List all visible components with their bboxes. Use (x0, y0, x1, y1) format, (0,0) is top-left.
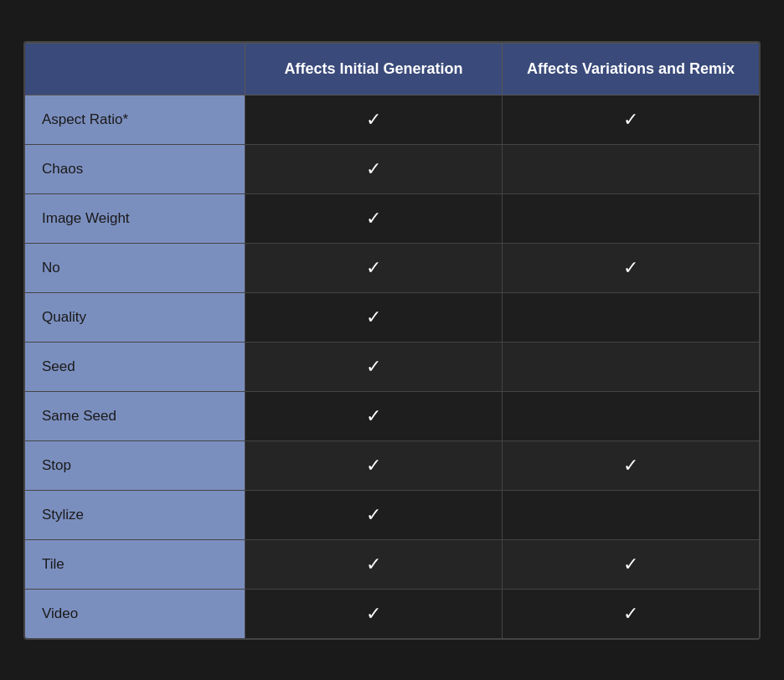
row-label: Same Seed (25, 391, 245, 440)
row-variations-check: ✓ (502, 539, 759, 589)
table-row: Seed✓ (25, 342, 759, 391)
row-label: Chaos (25, 144, 245, 193)
table-row: Tile✓✓ (25, 539, 759, 589)
row-variations-check (502, 342, 759, 391)
table-row: Stop✓✓ (25, 440, 759, 490)
table-row: Chaos✓ (25, 144, 759, 193)
row-label: Video (25, 589, 245, 638)
row-initial-check: ✓ (245, 539, 503, 589)
row-initial-check: ✓ (245, 391, 503, 440)
row-variations-check (502, 193, 759, 243)
header-label-col (25, 43, 245, 95)
row-variations-check: ✓ (502, 589, 759, 638)
row-initial-check: ✓ (245, 342, 503, 391)
table-row: Same Seed✓ (25, 391, 759, 440)
row-variations-check: ✓ (502, 440, 759, 490)
table-header-row: Affects Initial Generation Affects Varia… (25, 43, 759, 95)
row-label: Stylize (25, 490, 245, 539)
row-variations-check (502, 391, 759, 440)
row-label: No (25, 243, 245, 292)
row-initial-check: ✓ (245, 589, 503, 638)
row-initial-check: ✓ (245, 95, 503, 144)
table-row: Quality✓ (25, 292, 759, 342)
header-variations-remix: Affects Variations and Remix (502, 43, 759, 95)
row-initial-check: ✓ (245, 243, 503, 292)
row-label: Seed (25, 342, 245, 391)
header-initial-generation: Affects Initial Generation (245, 43, 503, 95)
row-initial-check: ✓ (245, 292, 503, 342)
table-row: Image Weight✓ (25, 193, 759, 243)
row-label: Quality (25, 292, 245, 342)
row-variations-check (502, 490, 759, 539)
table-row: No✓✓ (25, 243, 759, 292)
table-row: Video✓✓ (25, 589, 759, 638)
row-variations-check: ✓ (502, 95, 759, 144)
row-variations-check (502, 292, 759, 342)
row-label: Tile (25, 539, 245, 589)
row-initial-check: ✓ (245, 144, 503, 193)
row-label: Aspect Ratio* (25, 95, 245, 144)
row-label: Image Weight (25, 193, 245, 243)
row-initial-check: ✓ (245, 490, 503, 539)
row-initial-check: ✓ (245, 193, 503, 243)
comparison-table: Affects Initial Generation Affects Varia… (23, 41, 761, 640)
row-label: Stop (25, 440, 245, 490)
table-row: Stylize✓ (25, 490, 759, 539)
row-initial-check: ✓ (245, 440, 503, 490)
row-variations-check (502, 144, 759, 193)
row-variations-check: ✓ (502, 243, 759, 292)
table-row: Aspect Ratio*✓✓ (25, 95, 759, 144)
